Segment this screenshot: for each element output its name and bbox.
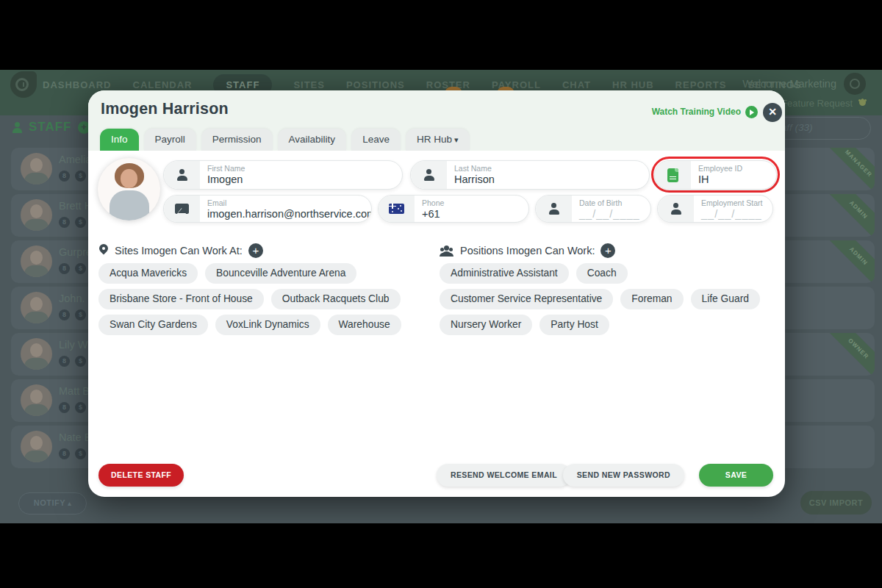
payroll-icon[interactable]: $: [75, 263, 86, 274]
date-of-birth-field[interactable]: Date of Birth __/__/____: [535, 195, 651, 223]
nav-item-sites[interactable]: SITES: [293, 79, 325, 90]
tab-availability[interactable]: Availability: [278, 129, 347, 151]
sites-chip-list: Acqua Mavericks Bounceville Adventure Ar…: [98, 263, 450, 335]
tab-hr-hub[interactable]: HR Hub: [406, 129, 470, 151]
nav-item-chat[interactable]: CHAT: [562, 79, 591, 90]
avatar: [21, 384, 52, 416]
payroll-icon[interactable]: $: [75, 402, 86, 413]
field-label: Email: [207, 198, 364, 207]
field-label: Last Name: [454, 164, 495, 173]
close-icon[interactable]: ✕: [763, 103, 782, 122]
position-chip[interactable]: Life Guard: [691, 289, 760, 309]
modal-header: Imogen Harrison Watch Training Video ✕ I…: [88, 90, 785, 151]
tab-info[interactable]: Info: [100, 129, 139, 151]
nav-item-reports[interactable]: REPORTS: [675, 79, 727, 90]
employee-id-field[interactable]: Employee ID IH: [654, 160, 777, 190]
last-name-field[interactable]: Last Name Harrison: [410, 160, 650, 190]
permission-icon[interactable]: 8: [59, 402, 70, 413]
avatar: [21, 431, 52, 462]
profile-photo[interactable]: [98, 158, 160, 220]
payroll-icon[interactable]: $: [75, 356, 86, 367]
permission-icon[interactable]: 8: [59, 171, 70, 182]
avatar: [21, 245, 52, 277]
phone-field[interactable]: Phone +61: [378, 195, 529, 223]
permission-icon[interactable]: 8: [59, 263, 70, 274]
tab-payroll[interactable]: Payroll: [144, 129, 196, 151]
play-icon[interactable]: [745, 106, 758, 118]
staff-detail-modal: Imogen Harrison Watch Training Video ✕ I…: [88, 90, 785, 497]
delete-staff-button[interactable]: DELETE STAFF: [98, 464, 184, 487]
permission-icon[interactable]: 8: [59, 217, 70, 228]
field-placeholder: __/__/____: [701, 208, 762, 220]
watch-training-video-link[interactable]: Watch Training Video: [652, 107, 741, 117]
add-position-button[interactable]: +: [600, 243, 615, 258]
role-ribbon: ADMIN: [828, 194, 875, 237]
app-screen: DASHBOARD CALENDAR STAFF SITES POSITIONS…: [0, 70, 882, 523]
role-ribbon: ADMIN: [828, 240, 875, 283]
person-icon: [670, 203, 682, 215]
position-chip[interactable]: Nursery Worker: [440, 315, 532, 335]
field-value: IH: [698, 173, 742, 185]
field-value: Harrison: [454, 173, 495, 185]
csv-import-button[interactable]: CSV IMPORT: [800, 491, 872, 514]
nav-item-dashboard[interactable]: DASHBOARD: [43, 79, 112, 90]
welcome-user-label: Welcome Marketing: [742, 78, 836, 90]
app-logo-icon[interactable]: [10, 71, 37, 98]
send-new-password-button[interactable]: SEND NEW PASSWORD: [563, 464, 684, 487]
save-button[interactable]: SAVE: [699, 464, 773, 487]
modal-title: Imogen Harrison: [101, 100, 229, 118]
add-site-button[interactable]: +: [248, 243, 263, 258]
site-chip[interactable]: Warehouse: [328, 315, 401, 335]
site-chip[interactable]: Outback Racquets Club: [271, 289, 401, 309]
position-chip[interactable]: Foreman: [620, 289, 683, 309]
site-chip[interactable]: VoxLink Dynamics: [215, 315, 320, 335]
permission-icon[interactable]: 8: [59, 448, 70, 459]
payroll-icon[interactable]: $: [75, 309, 86, 320]
lightbulb-icon: [859, 99, 866, 106]
site-chip[interactable]: Bounceville Adventure Arena: [205, 263, 356, 284]
avatar: [21, 338, 52, 370]
email-field[interactable]: Email imogen.harrison@northservice.com.g…: [163, 195, 372, 223]
position-chip[interactable]: Customer Service Representative: [440, 289, 613, 309]
modal-body: First Name Imogen Last Name Harrison Emp…: [88, 151, 785, 497]
positions-chip-list: Administrative Assistant Coach Customer …: [440, 263, 769, 335]
account-logo-icon[interactable]: [844, 73, 866, 95]
payroll-icon[interactable]: $: [75, 171, 86, 182]
permission-icon[interactable]: 8: [59, 309, 70, 320]
resend-welcome-email-button[interactable]: RESEND WELCOME EMAIL: [437, 464, 571, 487]
nav-item-hrhub[interactable]: HR HUB: [612, 79, 654, 90]
modal-tabs: Info Payroll Permission Availability Lea…: [100, 129, 470, 151]
first-name-field[interactable]: First Name Imogen: [163, 160, 403, 190]
field-value: imogen.harrison@northservice.com.go: [207, 208, 364, 220]
tab-permission[interactable]: Permission: [201, 129, 273, 151]
site-chip[interactable]: Swan City Gardens: [98, 315, 208, 335]
email-icon: [175, 204, 189, 214]
nav-item-calendar[interactable]: CALENDAR: [133, 79, 193, 90]
site-chip[interactable]: Acqua Mavericks: [98, 263, 198, 284]
field-value: Imogen: [207, 173, 245, 185]
positions-heading-label: Positions Imogen Can Work:: [460, 245, 595, 257]
position-chip[interactable]: Coach: [576, 263, 628, 284]
permission-icon[interactable]: 8: [59, 356, 70, 367]
site-chip[interactable]: Brisbane Store - Front of House: [98, 289, 264, 309]
field-label: Employment Start: [701, 198, 762, 207]
payroll-icon[interactable]: $: [75, 448, 86, 459]
nav-item-positions[interactable]: POSITIONS: [346, 79, 405, 90]
field-label: Employee ID: [698, 164, 742, 173]
clock-icon: [15, 78, 29, 91]
positions-section-heading: Positions Imogen Can Work: +: [440, 243, 615, 258]
avatar: [21, 153, 52, 184]
field-label: Phone: [422, 198, 444, 207]
notify-button[interactable]: NOTIFY: [18, 492, 87, 514]
staff-heading-label: STAFF: [29, 120, 72, 135]
avatar: [21, 199, 52, 231]
tab-leave[interactable]: Leave: [351, 129, 401, 151]
feature-request-link[interactable]: Feature Request: [781, 98, 853, 109]
position-chip[interactable]: Administrative Assistant: [440, 263, 569, 284]
sites-section-heading: Sites Imogen Can Work At: +: [98, 243, 263, 258]
field-label: Date of Birth: [579, 198, 640, 207]
position-chip[interactable]: Party Host: [539, 315, 609, 335]
employment-start-field[interactable]: Employment Start __/__/____: [657, 195, 773, 223]
payroll-icon[interactable]: $: [75, 217, 86, 228]
person-icon: [548, 203, 560, 215]
